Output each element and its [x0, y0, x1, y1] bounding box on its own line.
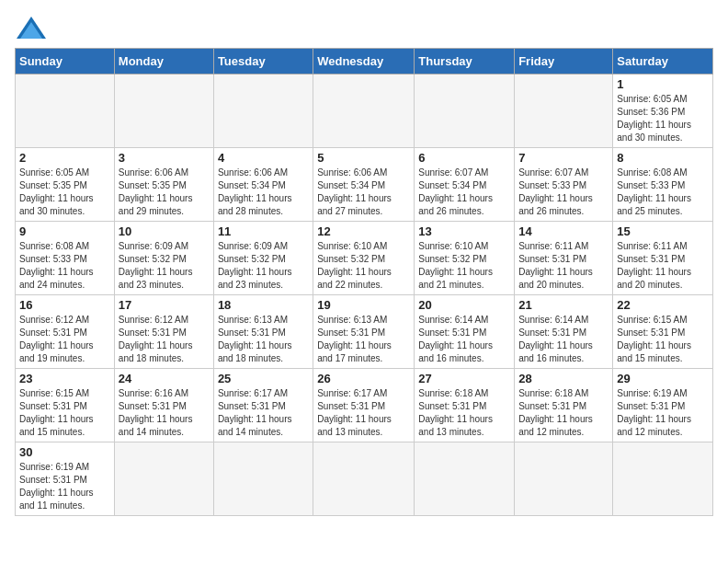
day-info: Sunrise: 6:09 AM Sunset: 5:32 PM Dayligh… [218, 240, 309, 292]
calendar-cell: 23Sunrise: 6:15 AM Sunset: 5:31 PM Dayli… [16, 369, 115, 442]
day-number: 24 [119, 372, 210, 385]
day-info: Sunrise: 6:12 AM Sunset: 5:31 PM Dayligh… [119, 314, 210, 365]
day-number: 8 [617, 151, 709, 165]
calendar-cell: 18Sunrise: 6:13 AM Sunset: 5:31 PM Dayli… [213, 295, 313, 369]
calendar-cell: 27Sunrise: 6:18 AM Sunset: 5:31 PM Dayli… [415, 369, 515, 442]
calendar-cell: 3Sunrise: 6:06 AM Sunset: 5:35 PM Daylig… [114, 148, 213, 222]
day-info: Sunrise: 6:10 AM Sunset: 5:32 PM Dayligh… [317, 240, 410, 292]
day-number: 9 [19, 224, 110, 238]
day-info: Sunrise: 6:11 AM Sunset: 5:31 PM Dayligh… [518, 240, 609, 292]
logo [15, 15, 51, 40]
calendar-cell: 6Sunrise: 6:07 AM Sunset: 5:34 PM Daylig… [415, 148, 515, 222]
calendar-cell: 8Sunrise: 6:08 AM Sunset: 5:33 PM Daylig… [613, 148, 713, 222]
day-number: 20 [418, 298, 510, 312]
day-number: 7 [518, 151, 609, 165]
calendar-cell: 28Sunrise: 6:18 AM Sunset: 5:31 PM Dayli… [515, 369, 613, 442]
calendar-cell: 25Sunrise: 6:17 AM Sunset: 5:31 PM Dayli… [213, 369, 313, 442]
day-number: 13 [418, 224, 510, 238]
day-number: 30 [19, 445, 110, 459]
day-info: Sunrise: 6:12 AM Sunset: 5:31 PM Dayligh… [19, 314, 110, 365]
weekday-header-thursday: Thursday [415, 49, 515, 75]
day-info: Sunrise: 6:17 AM Sunset: 5:31 PM Dayligh… [218, 387, 309, 439]
calendar-cell: 5Sunrise: 6:06 AM Sunset: 5:34 PM Daylig… [313, 148, 415, 222]
calendar-table: SundayMondayTuesdayWednesdayThursdayFrid… [15, 48, 713, 516]
day-info: Sunrise: 6:06 AM Sunset: 5:35 PM Dayligh… [119, 167, 210, 218]
day-info: Sunrise: 6:15 AM Sunset: 5:31 PM Dayligh… [617, 314, 709, 365]
day-number: 3 [119, 151, 210, 165]
day-info: Sunrise: 6:14 AM Sunset: 5:31 PM Dayligh… [518, 314, 609, 365]
day-number: 27 [418, 372, 510, 385]
calendar-cell: 29Sunrise: 6:19 AM Sunset: 5:31 PM Dayli… [613, 369, 713, 442]
header [15, 15, 713, 40]
day-number: 2 [19, 151, 110, 165]
day-number: 25 [218, 372, 309, 385]
calendar-cell [415, 75, 515, 148]
week-row-5: 23Sunrise: 6:15 AM Sunset: 5:31 PM Dayli… [16, 369, 713, 442]
calendar-cell: 26Sunrise: 6:17 AM Sunset: 5:31 PM Dayli… [313, 369, 415, 442]
day-info: Sunrise: 6:05 AM Sunset: 5:36 PM Dayligh… [617, 93, 709, 144]
day-info: Sunrise: 6:13 AM Sunset: 5:31 PM Dayligh… [218, 314, 309, 365]
calendar-cell [114, 442, 213, 516]
calendar-cell: 1Sunrise: 6:05 AM Sunset: 5:36 PM Daylig… [613, 75, 713, 148]
calendar-cell: 11Sunrise: 6:09 AM Sunset: 5:32 PM Dayli… [213, 222, 313, 295]
calendar-cell: 22Sunrise: 6:15 AM Sunset: 5:31 PM Dayli… [613, 295, 713, 369]
calendar-cell: 16Sunrise: 6:12 AM Sunset: 5:31 PM Dayli… [16, 295, 115, 369]
day-info: Sunrise: 6:15 AM Sunset: 5:31 PM Dayligh… [19, 387, 110, 439]
calendar-cell: 19Sunrise: 6:13 AM Sunset: 5:31 PM Dayli… [313, 295, 415, 369]
calendar-cell [613, 442, 713, 516]
day-number: 5 [317, 151, 410, 165]
day-number: 1 [617, 77, 709, 91]
day-number: 19 [317, 298, 410, 312]
day-info: Sunrise: 6:14 AM Sunset: 5:31 PM Dayligh… [418, 314, 510, 365]
calendar-cell: 24Sunrise: 6:16 AM Sunset: 5:31 PM Dayli… [114, 369, 213, 442]
day-info: Sunrise: 6:07 AM Sunset: 5:34 PM Dayligh… [418, 167, 510, 218]
day-number: 14 [518, 224, 609, 238]
day-info: Sunrise: 6:18 AM Sunset: 5:31 PM Dayligh… [418, 387, 510, 439]
day-info: Sunrise: 6:19 AM Sunset: 5:31 PM Dayligh… [617, 387, 709, 439]
weekday-header-friday: Friday [515, 49, 613, 75]
day-info: Sunrise: 6:19 AM Sunset: 5:31 PM Dayligh… [19, 461, 110, 512]
calendar-cell: 30Sunrise: 6:19 AM Sunset: 5:31 PM Dayli… [16, 442, 115, 516]
week-row-1: 1Sunrise: 6:05 AM Sunset: 5:36 PM Daylig… [16, 75, 713, 148]
calendar-cell: 7Sunrise: 6:07 AM Sunset: 5:33 PM Daylig… [515, 148, 613, 222]
calendar-cell [16, 75, 115, 148]
weekday-header-saturday: Saturday [613, 49, 713, 75]
day-info: Sunrise: 6:10 AM Sunset: 5:32 PM Dayligh… [418, 240, 510, 292]
calendar-cell: 2Sunrise: 6:05 AM Sunset: 5:35 PM Daylig… [16, 148, 115, 222]
day-number: 16 [19, 298, 110, 312]
calendar-cell: 17Sunrise: 6:12 AM Sunset: 5:31 PM Dayli… [114, 295, 213, 369]
day-info: Sunrise: 6:11 AM Sunset: 5:31 PM Dayligh… [617, 240, 709, 292]
calendar-cell: 9Sunrise: 6:08 AM Sunset: 5:33 PM Daylig… [16, 222, 115, 295]
logo-icon [15, 15, 48, 40]
weekday-header-monday: Monday [114, 49, 213, 75]
calendar-cell: 21Sunrise: 6:14 AM Sunset: 5:31 PM Dayli… [515, 295, 613, 369]
day-number: 23 [19, 372, 110, 385]
day-info: Sunrise: 6:07 AM Sunset: 5:33 PM Dayligh… [518, 167, 609, 218]
day-info: Sunrise: 6:06 AM Sunset: 5:34 PM Dayligh… [317, 167, 410, 218]
calendar-cell: 12Sunrise: 6:10 AM Sunset: 5:32 PM Dayli… [313, 222, 415, 295]
day-number: 17 [119, 298, 210, 312]
day-info: Sunrise: 6:08 AM Sunset: 5:33 PM Dayligh… [617, 167, 709, 218]
calendar-cell [515, 442, 613, 516]
calendar-cell: 4Sunrise: 6:06 AM Sunset: 5:34 PM Daylig… [213, 148, 313, 222]
day-number: 4 [218, 151, 309, 165]
day-number: 15 [617, 224, 709, 238]
day-info: Sunrise: 6:05 AM Sunset: 5:35 PM Dayligh… [19, 167, 110, 218]
week-row-3: 9Sunrise: 6:08 AM Sunset: 5:33 PM Daylig… [16, 222, 713, 295]
calendar-cell: 14Sunrise: 6:11 AM Sunset: 5:31 PM Dayli… [515, 222, 613, 295]
calendar-cell [114, 75, 213, 148]
calendar-cell [313, 75, 415, 148]
week-row-4: 16Sunrise: 6:12 AM Sunset: 5:31 PM Dayli… [16, 295, 713, 369]
day-info: Sunrise: 6:09 AM Sunset: 5:32 PM Dayligh… [119, 240, 210, 292]
calendar-cell [313, 442, 415, 516]
calendar-cell [213, 442, 313, 516]
calendar-cell: 15Sunrise: 6:11 AM Sunset: 5:31 PM Dayli… [613, 222, 713, 295]
week-row-2: 2Sunrise: 6:05 AM Sunset: 5:35 PM Daylig… [16, 148, 713, 222]
day-number: 10 [119, 224, 210, 238]
day-number: 12 [317, 224, 410, 238]
day-number: 18 [218, 298, 309, 312]
day-info: Sunrise: 6:08 AM Sunset: 5:33 PM Dayligh… [19, 240, 110, 292]
day-info: Sunrise: 6:18 AM Sunset: 5:31 PM Dayligh… [518, 387, 609, 439]
week-row-6: 30Sunrise: 6:19 AM Sunset: 5:31 PM Dayli… [16, 442, 713, 516]
day-number: 29 [617, 372, 709, 385]
